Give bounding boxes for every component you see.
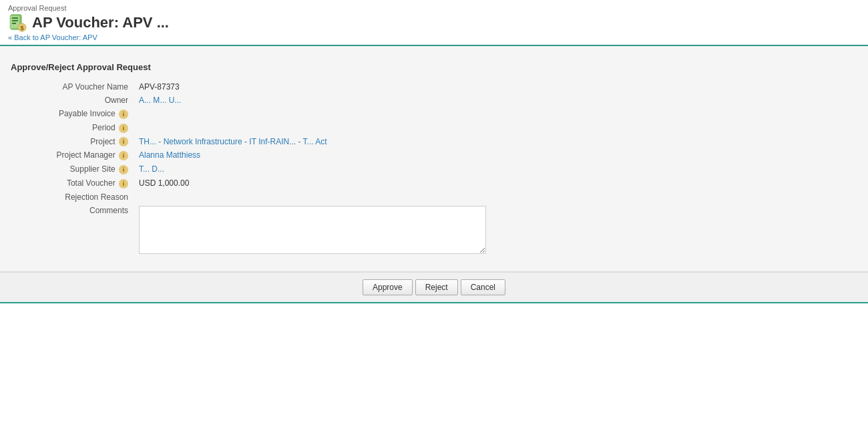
page-title-area: $ AP Voucher: APV ... [8, 13, 860, 32]
comments-label: Comments [0, 204, 134, 258]
owner-label: Owner [0, 94, 134, 107]
project-manager-info-icon[interactable]: i [119, 151, 128, 160]
field-row-ap-voucher-name: AP Voucher Name APV-87373 [0, 80, 868, 94]
action-bar: Approve Reject Cancel [0, 273, 868, 303]
project-label: Project i [0, 135, 134, 149]
supplier-site-value: T... D... [134, 162, 868, 176]
owner-link[interactable]: A... M... U... [139, 96, 181, 105]
payable-invoice-info-icon[interactable]: i [119, 110, 128, 119]
svg-text:$: $ [20, 25, 23, 31]
section-title: Approve/Reject Approval Request [0, 57, 868, 80]
header: Approval Request $ AP Voucher: APV ... «… [0, 0, 868, 45]
field-row-project-manager: Project Manager i Alanna Matthiess [0, 148, 868, 162]
comments-value [134, 204, 868, 258]
project-value: TH... - Network Infrastructure - IT Inf-… [134, 135, 868, 149]
supplier-site-link[interactable]: T... D... [139, 164, 164, 174]
project-manager-link[interactable]: Alanna Matthiess [139, 150, 200, 160]
field-row-total-voucher: Total Voucher i USD 1,000.00 [0, 176, 868, 190]
field-row-project: Project i TH... - Network Infrastructure… [0, 135, 868, 149]
page-title-text: AP Voucher: APV ... [32, 14, 169, 31]
total-voucher-label: Total Voucher i [0, 176, 134, 190]
approval-request-label: Approval Request [8, 4, 860, 12]
project-info-icon[interactable]: i [119, 137, 128, 146]
payable-invoice-value [134, 107, 868, 121]
project-link[interactable]: TH... - Network Infrastructure - IT Inf-… [139, 137, 327, 146]
svg-rect-4 [12, 23, 16, 24]
project-manager-label: Project Manager i [0, 148, 134, 162]
ap-voucher-name-value: APV-87373 [134, 80, 868, 94]
period-label: Period i [0, 121, 134, 135]
total-voucher-info-icon[interactable]: i [119, 179, 128, 188]
svg-rect-2 [12, 17, 18, 19]
form-section: Approve/Reject Approval Request AP Vouch… [0, 46, 868, 272]
field-row-payable-invoice: Payable Invoice i [0, 107, 868, 121]
rejection-reason-value [134, 190, 868, 204]
voucher-icon: $ [8, 13, 27, 32]
supplier-site-info-icon[interactable]: i [119, 165, 128, 174]
project-manager-value: Alanna Matthiess [134, 148, 868, 162]
rejection-reason-label: Rejection Reason [0, 190, 134, 204]
reject-button[interactable]: Reject [415, 279, 458, 295]
period-info-icon[interactable]: i [119, 124, 128, 133]
owner-value: A... M... U... [134, 94, 868, 107]
cancel-button[interactable]: Cancel [461, 279, 505, 295]
svg-rect-3 [12, 20, 18, 21]
payable-invoice-label: Payable Invoice i [0, 107, 134, 121]
comments-textarea[interactable] [139, 206, 486, 254]
form-table: AP Voucher Name APV-87373 Owner A... M..… [0, 80, 868, 258]
total-voucher-value: USD 1,000.00 [134, 176, 868, 190]
field-row-period: Period i [0, 121, 868, 135]
period-value [134, 121, 868, 135]
back-link[interactable]: « Back to AP Voucher: APV [8, 33, 97, 41]
approve-button[interactable]: Approve [363, 279, 413, 295]
ap-voucher-name-label: AP Voucher Name [0, 80, 134, 94]
field-row-rejection-reason: Rejection Reason [0, 190, 868, 204]
field-row-supplier-site: Supplier Site i T... D... [0, 162, 868, 176]
field-row-owner: Owner A... M... U... [0, 94, 868, 107]
field-row-comments: Comments [0, 204, 868, 258]
supplier-site-label: Supplier Site i [0, 162, 134, 176]
